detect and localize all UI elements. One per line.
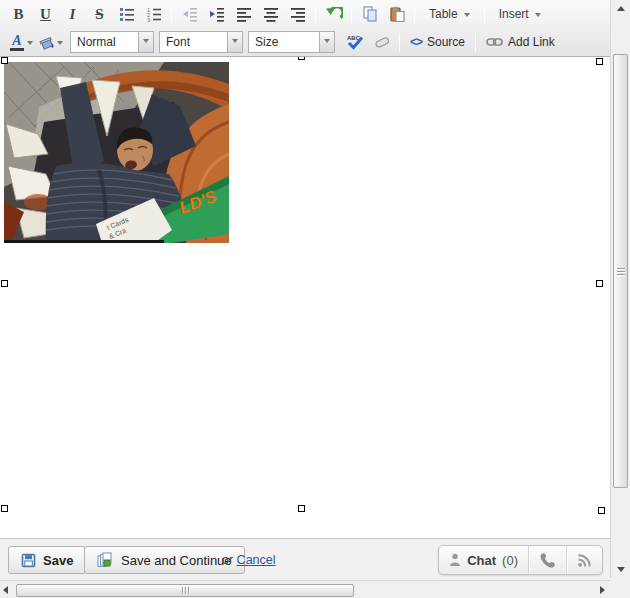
eraser-icon <box>373 34 391 50</box>
source-button[interactable]: <> Source <box>404 30 471 54</box>
or-cancel-text: or Cancel <box>222 553 276 567</box>
align-center-button[interactable] <box>257 2 284 26</box>
numbered-list-icon: 123 <box>146 6 162 22</box>
editor-toolbar: B U I S 123 <box>0 0 610 57</box>
cancel-link[interactable]: Cancel <box>237 553 276 567</box>
insert-dropdown[interactable]: Insert <box>489 2 551 26</box>
rss-icon <box>577 553 592 568</box>
vertical-scrollbar-thumb[interactable] <box>613 54 628 488</box>
toolbar-row-1: B U I S 123 <box>0 0 610 28</box>
toolbar-row-2: A Normal Font Size <box>0 28 610 56</box>
toolbar-separator <box>399 33 400 52</box>
bold-icon: B <box>13 7 23 22</box>
chevron-down-icon <box>464 13 470 20</box>
scrollbar-corner <box>610 578 630 598</box>
selection-handle-middle-right[interactable] <box>596 280 603 287</box>
remove-format-button[interactable] <box>368 30 395 54</box>
selection-handle-top-right[interactable] <box>596 58 603 65</box>
selection-handle-middle-left[interactable] <box>1 280 8 287</box>
combo-arrow-button[interactable] <box>138 32 153 52</box>
numbered-list-button[interactable]: 123 <box>140 2 167 26</box>
copy-button[interactable] <box>356 2 383 26</box>
spellcheck-button[interactable]: ABC <box>341 30 368 54</box>
save-icon <box>21 553 36 568</box>
link-icon <box>486 34 503 50</box>
save-button[interactable]: Save <box>8 546 86 574</box>
phone-button[interactable] <box>528 546 566 574</box>
chevron-down-icon <box>232 39 238 46</box>
toolbar-separator <box>315 5 316 24</box>
text-color-button[interactable]: A <box>5 30 35 54</box>
paste-button[interactable] <box>383 2 410 26</box>
insert-dropdown-label: Insert <box>499 7 529 21</box>
source-button-label: Source <box>427 35 465 49</box>
add-link-button[interactable]: Add Link <box>480 30 561 54</box>
combo-arrow-button[interactable] <box>319 32 334 52</box>
chat-button[interactable]: Chat (0) <box>439 546 528 574</box>
chevron-down-icon <box>143 39 149 46</box>
font-select[interactable]: Font <box>159 31 243 53</box>
align-right-icon <box>290 6 306 22</box>
selection-handle-top-left[interactable] <box>1 57 8 64</box>
selection-handle-bottom-left[interactable] <box>1 505 8 512</box>
indent-icon <box>209 6 225 22</box>
horizontal-scrollbar[interactable] <box>0 580 610 598</box>
size-value: Size <box>249 35 319 49</box>
save-button-label: Save <box>43 553 73 568</box>
undo-button[interactable] <box>320 2 347 26</box>
background-color-button[interactable] <box>35 30 65 54</box>
save-and-continue-label: Save and Continue <box>121 553 232 568</box>
italic-button[interactable]: I <box>59 2 86 26</box>
toolbar-separator <box>414 5 415 24</box>
paint-bucket-icon <box>37 34 57 51</box>
chevron-down-icon <box>27 41 33 48</box>
scroll-right-arrow[interactable] <box>600 586 605 594</box>
underline-icon: U <box>40 7 51 22</box>
chat-widget: Chat (0) <box>438 545 603 575</box>
align-right-button[interactable] <box>284 2 311 26</box>
indent-button[interactable] <box>203 2 230 26</box>
content-image[interactable]: LD'S t Cards & Cra <box>4 62 229 243</box>
outdent-button[interactable] <box>176 2 203 26</box>
outdent-icon <box>182 6 198 22</box>
person-icon <box>449 553 461 567</box>
rss-button[interactable] <box>566 546 602 574</box>
save-and-continue-icon <box>97 552 114 568</box>
table-dropdown-label: Table <box>429 7 458 21</box>
phone-icon <box>539 552 556 569</box>
chevron-down-icon <box>57 41 63 48</box>
size-select[interactable]: Size <box>248 31 335 53</box>
strikethrough-button[interactable]: S <box>86 2 113 26</box>
save-and-continue-button[interactable]: Save and Continue <box>84 546 245 574</box>
scroll-left-arrow[interactable] <box>3 586 8 594</box>
combo-arrow-button[interactable] <box>227 32 242 52</box>
toolbar-separator <box>351 5 352 24</box>
source-code-icon: <> <box>410 35 422 49</box>
bullet-list-button[interactable] <box>113 2 140 26</box>
bold-button[interactable]: B <box>5 2 32 26</box>
underline-button[interactable]: U <box>32 2 59 26</box>
paragraph-format-select[interactable]: Normal <box>70 31 154 53</box>
editor-content-area[interactable]: LD'S t Cards & Cra <box>0 57 610 538</box>
selection-handle-top-middle[interactable] <box>298 57 305 60</box>
toolbar-separator <box>171 5 172 24</box>
footer-bar: Save Save and Continue or Cancel Chat (0… <box>0 538 610 580</box>
chevron-down-icon <box>535 13 541 20</box>
spellcheck-icon: ABC <box>346 34 364 50</box>
vertical-scrollbar[interactable] <box>610 0 630 578</box>
selection-handle-bottom-right[interactable] <box>598 507 605 514</box>
horizontal-scrollbar-thumb[interactable] <box>16 584 354 597</box>
scroll-up-arrow[interactable] <box>617 6 625 11</box>
or-text: or <box>222 553 233 567</box>
chat-count: (0) <box>502 553 518 568</box>
rich-text-editor: B U I S 123 <box>0 0 630 598</box>
text-color-icon: A <box>7 34 27 51</box>
table-dropdown[interactable]: Table <box>419 2 480 26</box>
align-left-button[interactable] <box>230 2 257 26</box>
align-center-icon <box>263 6 279 22</box>
undo-icon <box>325 7 343 22</box>
font-value: Font <box>160 35 227 49</box>
scroll-down-arrow[interactable] <box>617 567 625 572</box>
selection-handle-bottom-middle[interactable] <box>298 505 305 512</box>
paragraph-format-value: Normal <box>71 35 138 49</box>
